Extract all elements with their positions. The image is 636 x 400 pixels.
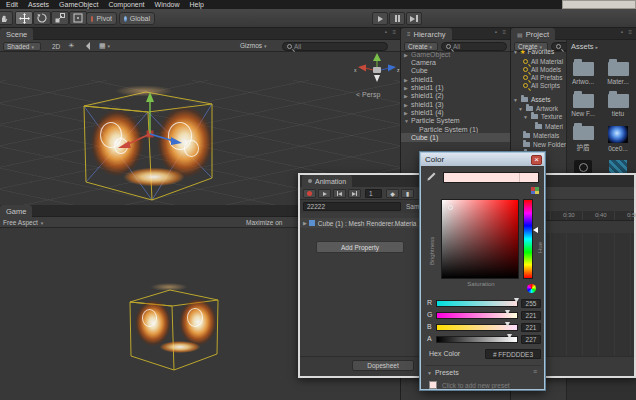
channel-a-value[interactable]: 227 xyxy=(521,335,541,344)
collapse-arrow-icon[interactable]: ▼ xyxy=(404,118,409,124)
scene-search-input[interactable]: All xyxy=(282,42,388,51)
scene-orientation-gizmo[interactable]: x z xyxy=(354,52,400,90)
channel-r-slider[interactable] xyxy=(436,300,518,307)
hierarchy-item-shield1-2[interactable]: ▶shield1 (2) xyxy=(401,91,511,100)
channel-g-value[interactable]: 221 xyxy=(521,311,541,320)
asset-tile-artwork[interactable]: Artwo... xyxy=(568,62,598,85)
add-event-button[interactable]: ▮ xyxy=(401,189,414,198)
anim-play-button[interactable] xyxy=(318,189,331,198)
collapse-arrow-icon[interactable]: ▼ xyxy=(518,106,523,112)
pivot-toggle-button[interactable]: Pivot xyxy=(86,12,117,25)
tree-item-materi[interactable]: Materi xyxy=(535,122,565,131)
persp-label[interactable]: < Persp xyxy=(356,91,380,98)
next-key-button[interactable] xyxy=(348,189,361,198)
menu-edit[interactable]: Edit xyxy=(6,1,18,8)
breadcrumb-arrow-icon: ▸ xyxy=(596,44,599,50)
add-keyframe-button[interactable]: ◆ xyxy=(386,189,399,198)
tree-item-texture[interactable]: ▼Texture xyxy=(523,112,562,121)
channel-a-slider[interactable] xyxy=(436,336,518,343)
global-toggle-button[interactable]: Global xyxy=(119,12,155,25)
project-panel-menu-icons[interactable]: ▪ ≡ xyxy=(621,29,634,35)
prev-key-button[interactable] xyxy=(333,189,346,198)
collapse-arrow-icon[interactable]: ▼ xyxy=(523,114,528,120)
record-button[interactable] xyxy=(303,189,316,198)
effects-dropdown-icon[interactable]: ▦ ▾ xyxy=(99,42,110,50)
audio-toggle-icon[interactable] xyxy=(84,44,88,62)
new-preset-swatch[interactable] xyxy=(429,381,437,389)
expand-arrow-icon[interactable]: ▶ xyxy=(404,85,408,91)
scene-panel-menu-icons[interactable]: ▪ ≡ xyxy=(385,29,398,35)
menu-window[interactable]: Window xyxy=(155,1,180,8)
asset-tile-sphere[interactable]: 0ce0... xyxy=(603,126,633,152)
close-icon[interactable]: × xyxy=(531,155,542,165)
clip-dropdown[interactable]: 22222 xyxy=(303,202,401,211)
hierarchy-item-cube[interactable]: Cube xyxy=(401,66,511,75)
add-preset-row[interactable]: Click to add new preset xyxy=(429,381,510,389)
rect-tool-button[interactable] xyxy=(69,11,87,25)
hierarchy-item-particle-system[interactable]: ▼Particle System xyxy=(401,116,511,125)
channel-r-value[interactable]: 255 xyxy=(521,299,541,308)
tree-item-assets[interactable]: ▼Assets xyxy=(513,95,550,104)
pause-button[interactable] xyxy=(389,12,405,25)
rotate-tool-button[interactable] xyxy=(33,11,51,25)
collapse-arrow-icon[interactable]: ▼ xyxy=(513,97,518,103)
expand-arrow-icon[interactable]: ▶ xyxy=(404,93,408,99)
presets-menu-icon[interactable]: ≡ xyxy=(533,368,537,375)
tab-scene[interactable]: Scene xyxy=(0,28,33,40)
menu-gameobject[interactable]: GameObject xyxy=(59,1,98,8)
channel-b-slider[interactable] xyxy=(436,324,518,331)
color-titlebar[interactable]: Color × xyxy=(421,153,544,166)
tab-game[interactable]: Game xyxy=(0,205,32,217)
hierarchy-item-cube-1-selected[interactable]: Cube (1) xyxy=(401,133,511,142)
saturation-value-square[interactable] xyxy=(441,199,519,279)
expand-arrow-icon[interactable]: ▶ xyxy=(404,110,408,116)
channel-b-value[interactable]: 221 xyxy=(521,323,541,332)
hierarchy-panel-menu-icons[interactable]: ▪ ≡ xyxy=(495,29,508,35)
maximize-on-play-toggle[interactable]: Maximize on xyxy=(246,219,282,226)
tree-item-materials[interactable]: Materials xyxy=(523,131,559,140)
menu-help[interactable]: Help xyxy=(189,1,203,8)
lighting-toggle-icon[interactable]: ☀ xyxy=(68,42,74,50)
asset-tile-materials[interactable]: Mater... xyxy=(603,62,633,85)
tab-animation[interactable]: Animation xyxy=(302,175,352,187)
channel-g-slider[interactable] xyxy=(436,312,518,319)
asset-tile-new-folder[interactable]: New F... xyxy=(568,94,598,117)
asset-tile-tietu[interactable]: tietu xyxy=(603,94,633,117)
shading-mode-dropdown[interactable]: Shaded ▾ xyxy=(3,42,41,51)
presets-foldout[interactable]: ▼ Presets xyxy=(427,369,459,376)
sv-indicator[interactable] xyxy=(448,205,453,210)
hue-strip[interactable] xyxy=(523,199,533,279)
collapse-arrow-icon[interactable]: ▼ xyxy=(513,49,518,55)
transform-gizmo[interactable] xyxy=(110,86,190,150)
toggle-2d[interactable]: 2D xyxy=(52,43,60,50)
favorites-header[interactable]: ▼ ★ Favorites xyxy=(513,48,554,57)
aspect-dropdown[interactable]: Free Aspect ▾ xyxy=(3,219,43,226)
animated-property-row[interactable]: ▶ Cube (1) : Mesh Renderer.Materia xyxy=(300,218,422,228)
scale-tool-button[interactable] xyxy=(51,11,69,25)
gizmos-dropdown[interactable]: Gizmos ▾ xyxy=(240,42,267,49)
tab-hierarchy[interactable]: ≡ Hierarchy xyxy=(401,28,452,40)
hand-tool-button[interactable] xyxy=(0,11,13,25)
expand-arrow-icon[interactable]: ▶ xyxy=(404,102,408,108)
add-property-button[interactable]: Add Property xyxy=(316,241,404,253)
assets-breadcrumb[interactable]: Assets ▸ xyxy=(571,42,598,51)
step-button[interactable] xyxy=(406,12,422,25)
expand-arrow-icon[interactable]: ▶ xyxy=(404,77,408,83)
eyedropper-icon[interactable] xyxy=(425,171,437,183)
expand-arrow-icon[interactable]: ▶ xyxy=(303,220,307,226)
asset-tile-hudun[interactable]: 护盾 xyxy=(568,126,598,152)
hex-color-field[interactable]: # FFDDDDE3 xyxy=(485,349,541,359)
tree-item-new-folder[interactable]: New Folder xyxy=(523,140,566,149)
tab-project[interactable]: ▤ Project xyxy=(511,28,555,40)
play-button[interactable] xyxy=(372,12,388,25)
dopesheet-button[interactable]: Dopesheet xyxy=(352,360,414,371)
favorite-all-scripts[interactable]: All Scripts xyxy=(523,81,560,90)
menu-assets[interactable]: Assets xyxy=(28,1,49,8)
palette-swatches-icon[interactable] xyxy=(531,187,539,194)
move-tool-button[interactable] xyxy=(15,11,33,25)
frame-number-field[interactable]: 1 xyxy=(365,189,382,198)
tile-label: New F... xyxy=(568,110,598,117)
color-wheel-mode-icon[interactable] xyxy=(527,284,536,293)
expand-arrow-icon[interactable]: ▶ xyxy=(404,52,408,58)
menu-component[interactable]: Component xyxy=(108,1,144,8)
